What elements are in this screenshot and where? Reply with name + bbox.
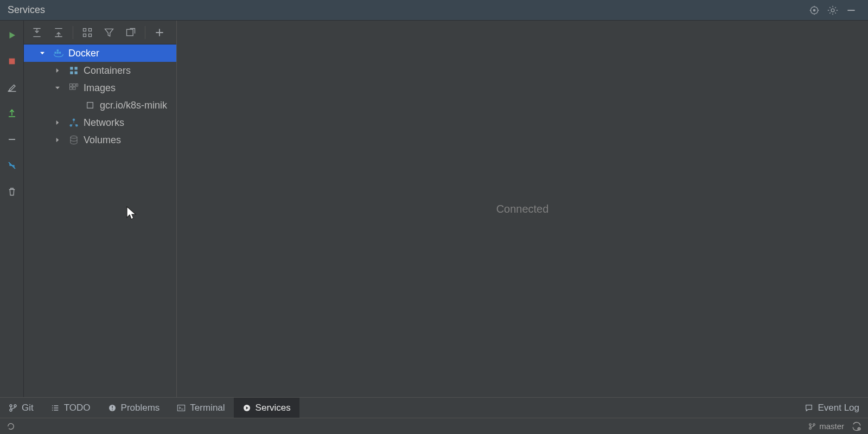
svg-point-31 [112, 409, 113, 410]
docker-icon [53, 48, 64, 59]
image-item-icon [85, 100, 95, 111]
svg-point-29 [14, 405, 16, 407]
target-icon[interactable] [805, 1, 824, 20]
warning-icon [108, 404, 117, 412]
svg-rect-21 [73, 87, 76, 90]
svg-rect-11 [57, 49, 59, 51]
chevron-right-icon[interactable] [53, 118, 62, 127]
tree-node-label: Networks [84, 117, 124, 129]
deploy-icon[interactable] [4, 105, 20, 122]
tree-toolbar [24, 21, 176, 44]
svg-rect-16 [75, 72, 78, 74]
toolwindow-label: Services [256, 403, 291, 413]
svg-point-1 [813, 9, 815, 11]
services-tree: Docker Containers Images [24, 44, 176, 397]
svg-rect-3 [9, 59, 15, 65]
main-content: Connected [177, 21, 868, 397]
svg-point-36 [813, 423, 815, 425]
svg-rect-5 [89, 28, 92, 31]
svg-rect-13 [70, 67, 73, 69]
volumes-icon [68, 135, 79, 145]
group-by-icon[interactable] [80, 25, 95, 40]
chevron-right-icon[interactable] [53, 66, 62, 75]
sync-settings-icon[interactable] [852, 422, 861, 431]
add-icon[interactable] [152, 25, 167, 40]
svg-rect-32 [178, 405, 185, 411]
gear-icon[interactable] [824, 1, 842, 20]
images-icon [68, 82, 79, 93]
toolwindow-problems[interactable]: Problems [99, 398, 169, 418]
toolwindow-label: Event Log [818, 403, 859, 413]
filter-icon[interactable] [101, 25, 117, 40]
svg-rect-18 [73, 84, 76, 87]
svg-rect-20 [70, 87, 73, 90]
svg-rect-7 [89, 34, 92, 36]
list-icon [51, 404, 60, 412]
connection-status: Connected [496, 203, 549, 215]
svg-point-2 [831, 9, 834, 12]
svg-point-25 [73, 119, 75, 122]
svg-point-27 [10, 405, 12, 407]
remove-icon[interactable] [4, 131, 20, 148]
tree-node-label: gcr.io/k8s-minik [100, 100, 167, 111]
toolwindow-label: Git [22, 403, 34, 413]
svg-rect-14 [75, 67, 78, 69]
open-tab-icon[interactable] [123, 25, 138, 40]
tree-node-label: Docker [68, 48, 99, 59]
networks-icon [68, 117, 79, 128]
toolwindow-label: Terminal [190, 403, 225, 413]
tree-node-image-item[interactable]: gcr.io/k8s-minik [24, 97, 176, 114]
chevron-down-icon[interactable] [38, 49, 47, 58]
play-circle-icon [242, 404, 251, 412]
toolwindow-services[interactable]: Services [234, 398, 299, 418]
svg-rect-8 [127, 29, 133, 36]
expand-all-icon[interactable] [29, 25, 44, 40]
tree-node-volumes[interactable]: Volumes [24, 131, 176, 149]
trash-icon[interactable] [4, 183, 20, 200]
tree-node-label: Images [84, 82, 116, 94]
tree-node-networks[interactable]: Networks [24, 114, 176, 131]
svg-rect-17 [70, 84, 73, 87]
panel-header: Services [0, 0, 868, 21]
vcs-branch-icon [808, 423, 816, 430]
toolwindow-git[interactable]: Git [0, 398, 42, 418]
collapse-all-icon[interactable] [51, 25, 66, 40]
git-branch-widget[interactable]: master [808, 422, 844, 431]
stop-icon[interactable] [4, 53, 20, 69]
terminal-icon [177, 404, 186, 412]
speech-icon [805, 404, 813, 412]
edit-icon[interactable] [4, 79, 20, 95]
svg-rect-4 [84, 28, 86, 31]
tree-node-docker[interactable]: Docker [24, 44, 176, 62]
toolwindow-terminal[interactable]: Terminal [168, 398, 233, 418]
chevron-right-icon[interactable] [53, 136, 62, 144]
svg-rect-22 [87, 103, 93, 108]
hide-icon[interactable] [842, 1, 860, 20]
tree-node-label: Containers [84, 65, 131, 76]
progress-indicator-icon[interactable] [7, 422, 15, 431]
run-icon[interactable] [4, 27, 20, 43]
vcs-branch-icon [9, 404, 17, 412]
status-bar: master [0, 418, 868, 434]
toolwindow-label: Problems [121, 403, 160, 413]
tree-node-label: Volumes [84, 135, 121, 146]
panel-title: Services [8, 4, 45, 16]
services-tree-panel: Docker Containers Images [24, 21, 177, 397]
toolwindow-label: TODO [64, 403, 91, 413]
svg-point-34 [809, 423, 812, 425]
toolwindow-eventlog[interactable]: Event Log [796, 398, 868, 418]
svg-point-26 [71, 136, 77, 139]
collapse-icon[interactable] [4, 157, 20, 174]
svg-rect-19 [76, 84, 78, 87]
svg-rect-10 [57, 52, 59, 54]
tree-node-containers[interactable]: Containers [24, 62, 176, 79]
left-gutter [0, 21, 24, 397]
branch-label: master [819, 422, 844, 431]
chevron-down-icon[interactable] [53, 84, 62, 92]
svg-rect-12 [59, 52, 61, 54]
toolwindow-todo[interactable]: TODO [42, 398, 99, 418]
tool-window-strip: Git TODO Problems Terminal Services Even… [0, 397, 868, 418]
svg-rect-15 [70, 72, 73, 74]
tree-node-images[interactable]: Images [24, 79, 176, 97]
svg-rect-6 [84, 34, 86, 36]
